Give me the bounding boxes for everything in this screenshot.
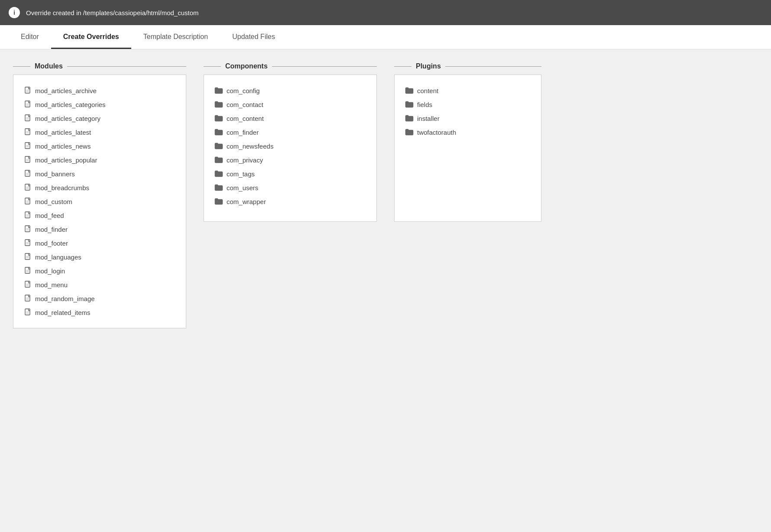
component-item[interactable]: com_finder (214, 125, 366, 139)
plugin-item[interactable]: twofactorauth (405, 125, 531, 139)
component-item-label: com_tags (227, 170, 255, 178)
plugin-item[interactable]: content (405, 84, 531, 97)
component-item-label: com_users (227, 184, 258, 191)
module-item[interactable]: mod_articles_latest (24, 125, 175, 139)
plugin-item-label: installer (417, 115, 440, 122)
module-item[interactable]: mod_finder (24, 222, 175, 236)
module-item[interactable]: mod_articles_popular (24, 153, 175, 167)
folder-icon (214, 184, 223, 191)
module-item[interactable]: mod_feed (24, 208, 175, 222)
file-icon (24, 308, 32, 316)
file-icon (24, 225, 32, 233)
modules-panel-title: Modules (13, 62, 186, 70)
plugin-item[interactable]: installer (405, 111, 531, 125)
file-icon (24, 281, 32, 289)
folder-icon (405, 87, 414, 94)
file-icon (24, 267, 32, 275)
module-item-label: mod_feed (35, 212, 64, 219)
component-item[interactable]: com_newsfeeds (214, 139, 366, 153)
plugins-panel: Plugins content fields installer twofact… (394, 62, 541, 222)
component-item-label: com_finder (227, 129, 259, 136)
plugins-panel-box: content fields installer twofactorauth (394, 75, 541, 222)
plugin-item[interactable]: fields (405, 97, 531, 111)
component-item[interactable]: com_contact (214, 97, 366, 111)
file-icon (24, 156, 32, 164)
components-panel-box: com_config com_contact com_content com_f… (204, 75, 377, 222)
components-panel-title: Components (204, 62, 377, 70)
component-item[interactable]: com_config (214, 84, 366, 97)
tabs-container: Editor Create Overrides Template Descrip… (0, 25, 771, 49)
module-item[interactable]: mod_articles_categories (24, 97, 175, 111)
module-item-label: mod_articles_popular (35, 156, 97, 164)
component-item[interactable]: com_privacy (214, 153, 366, 167)
module-item-label: mod_articles_categories (35, 101, 106, 108)
file-icon (24, 295, 32, 302)
file-icon (24, 239, 32, 247)
tab-create-overrides[interactable]: Create Overrides (51, 25, 131, 49)
module-item[interactable]: mod_related_items (24, 305, 175, 319)
module-item[interactable]: mod_random_image (24, 292, 175, 305)
components-list: com_config com_contact com_content com_f… (214, 84, 366, 208)
module-item[interactable]: mod_custom (24, 195, 175, 208)
module-item-label: mod_menu (35, 281, 68, 289)
component-item[interactable]: com_users (214, 181, 366, 195)
modules-panel: Modules mod_articles_archive mod_article… (13, 62, 186, 328)
folder-icon (214, 114, 223, 122)
module-item[interactable]: mod_menu (24, 278, 175, 292)
tab-updated-files[interactable]: Updated Files (220, 25, 287, 49)
module-item-label: mod_finder (35, 226, 68, 233)
module-item[interactable]: mod_articles_archive (24, 84, 175, 97)
component-item[interactable]: com_tags (214, 167, 366, 181)
module-item[interactable]: mod_articles_news (24, 139, 175, 153)
module-item[interactable]: mod_login (24, 264, 175, 278)
module-item-label: mod_footer (35, 240, 68, 247)
file-icon (24, 211, 32, 219)
module-item[interactable]: mod_languages (24, 250, 175, 264)
component-item-label: com_contact (227, 101, 263, 108)
component-item[interactable]: com_wrapper (214, 195, 366, 208)
file-icon (24, 170, 32, 178)
tab-editor[interactable]: Editor (9, 25, 51, 49)
module-item-label: mod_random_image (35, 295, 95, 302)
modules-panel-box: mod_articles_archive mod_articles_catego… (13, 75, 186, 328)
folder-icon (214, 142, 223, 150)
folder-icon (214, 128, 223, 136)
tab-template-description[interactable]: Template Description (131, 25, 220, 49)
module-item-label: mod_login (35, 267, 65, 275)
module-item-label: mod_articles_news (35, 143, 91, 150)
component-item-label: com_wrapper (227, 198, 266, 205)
component-item-label: com_newsfeeds (227, 143, 273, 150)
notification-message: Override created in /templates/cassiopei… (26, 9, 199, 16)
folder-icon (405, 114, 414, 122)
file-icon (24, 87, 32, 94)
info-icon: i (9, 7, 20, 18)
module-item[interactable]: mod_articles_category (24, 111, 175, 125)
main-content: Modules mod_articles_archive mod_article… (0, 49, 771, 531)
module-item[interactable]: mod_banners (24, 167, 175, 181)
folder-icon (405, 128, 414, 136)
folder-icon (405, 101, 414, 108)
module-item-label: mod_articles_category (35, 115, 100, 122)
plugin-item-label: fields (417, 101, 432, 108)
module-item-label: mod_articles_archive (35, 87, 97, 94)
file-icon (24, 253, 32, 261)
plugins-panel-title: Plugins (394, 62, 541, 70)
folder-icon (214, 156, 223, 164)
module-item[interactable]: mod_breadcrumbs (24, 181, 175, 195)
file-icon (24, 128, 32, 136)
components-panel: Components com_config com_contact com_co… (204, 62, 377, 222)
component-item-label: com_config (227, 87, 260, 94)
file-icon (24, 198, 32, 205)
file-icon (24, 184, 32, 191)
plugin-item-label: content (417, 87, 438, 94)
file-icon (24, 101, 32, 108)
module-item-label: mod_custom (35, 198, 72, 205)
module-item[interactable]: mod_footer (24, 236, 175, 250)
file-icon (24, 114, 32, 122)
module-item-label: mod_languages (35, 253, 81, 261)
folder-icon (214, 101, 223, 108)
folder-icon (214, 198, 223, 205)
plugins-list: content fields installer twofactorauth (405, 84, 531, 139)
component-item[interactable]: com_content (214, 111, 366, 125)
file-icon (24, 142, 32, 150)
